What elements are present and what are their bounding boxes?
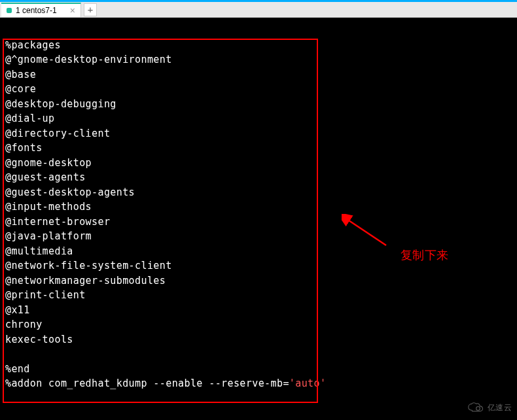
- terminal-output: %packages @^gnome-desktop-environment @b…: [5, 23, 512, 376]
- addon-quoted-value: 'auto': [289, 377, 327, 389]
- terminal-pane[interactable]: %packages @^gnome-desktop-environment @b…: [0, 18, 517, 420]
- watermark: 亿速云: [467, 400, 512, 415]
- annotation-label: 复制下来: [401, 248, 449, 263]
- tab-centos7-1[interactable]: 1 centos7-1 ×: [1, 3, 81, 17]
- cloud-icon: [467, 402, 485, 413]
- tab-label: 1 centos7-1: [16, 6, 57, 15]
- addon-prefix: %addon com_redhat_kdump --enable --reser…: [5, 377, 289, 389]
- annotation-arrow-icon: [342, 214, 387, 251]
- svg-point-2: [476, 406, 480, 410]
- watermark-text: 亿速云: [488, 400, 512, 415]
- plus-icon: +: [88, 5, 93, 15]
- terminal-addon-line: %addon com_redhat_kdump --enable --reser…: [5, 376, 512, 391]
- svg-line-1: [347, 219, 386, 245]
- add-tab-button[interactable]: +: [84, 3, 97, 16]
- tab-status-indicator: [7, 8, 12, 13]
- tab-bar: 1 centos7-1 × +: [0, 2, 517, 18]
- close-icon[interactable]: ×: [70, 5, 75, 16]
